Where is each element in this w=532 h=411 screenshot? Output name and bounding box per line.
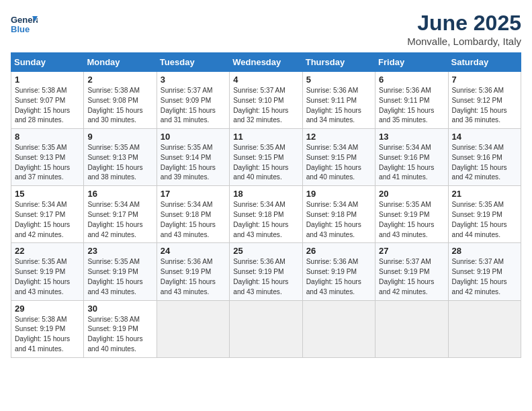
calendar-cell: 17Sunrise: 5:34 AMSunset: 9:18 PMDayligh… (157, 186, 229, 243)
cell-details: Sunrise: 5:37 AMSunset: 9:19 PMDaylight:… (452, 257, 517, 297)
day-number: 7 (452, 75, 517, 85)
month-title: June 2025 (407, 11, 521, 36)
day-number: 14 (452, 132, 517, 142)
calendar-cell: 9Sunrise: 5:35 AMSunset: 9:13 PMDaylight… (84, 129, 157, 186)
calendar-cell: 13Sunrise: 5:34 AMSunset: 9:16 PMDayligh… (375, 129, 448, 186)
calendar-cell (230, 300, 302, 357)
calendar-cell: 25Sunrise: 5:36 AMSunset: 9:19 PMDayligh… (230, 243, 302, 300)
cell-details: Sunrise: 5:36 AMSunset: 9:19 PMDaylight:… (306, 257, 371, 297)
calendar-body: 1Sunrise: 5:38 AMSunset: 9:07 PMDaylight… (11, 72, 521, 358)
weekday-header: Thursday (302, 53, 375, 72)
calendar-cell: 22Sunrise: 5:35 AMSunset: 9:19 PMDayligh… (11, 243, 84, 300)
calendar-cell: 15Sunrise: 5:34 AMSunset: 9:17 PMDayligh… (11, 186, 84, 243)
day-number: 10 (161, 132, 226, 142)
calendar-cell: 6Sunrise: 5:36 AMSunset: 9:11 PMDaylight… (375, 72, 448, 129)
cell-details: Sunrise: 5:34 AMSunset: 9:18 PMDaylight:… (233, 200, 298, 240)
cell-details: Sunrise: 5:36 AMSunset: 9:19 PMDaylight:… (161, 257, 226, 297)
day-number: 13 (379, 132, 444, 142)
cell-details: Sunrise: 5:37 AMSunset: 9:10 PMDaylight:… (233, 86, 298, 126)
calendar-row: 29Sunrise: 5:38 AMSunset: 9:19 PMDayligh… (11, 300, 521, 357)
day-number: 1 (15, 75, 80, 85)
cell-details: Sunrise: 5:38 AMSunset: 9:19 PMDaylight:… (15, 315, 80, 355)
cell-details: Sunrise: 5:35 AMSunset: 9:19 PMDaylight:… (379, 200, 444, 240)
day-number: 22 (15, 246, 80, 256)
logo-icon: General Blue (11, 11, 38, 38)
calendar-cell (448, 300, 521, 357)
cell-details: Sunrise: 5:35 AMSunset: 9:14 PMDaylight:… (161, 143, 226, 183)
calendar-row: 15Sunrise: 5:34 AMSunset: 9:17 PMDayligh… (11, 186, 521, 243)
day-number: 15 (15, 189, 80, 199)
calendar-cell: 5Sunrise: 5:36 AMSunset: 9:11 PMDaylight… (302, 72, 375, 129)
day-number: 30 (87, 304, 152, 314)
cell-details: Sunrise: 5:37 AMSunset: 9:09 PMDaylight:… (161, 86, 226, 126)
calendar-table: SundayMondayTuesdayWednesdayThursdayFrid… (11, 52, 521, 358)
weekday-header: Monday (84, 53, 157, 72)
cell-details: Sunrise: 5:35 AMSunset: 9:13 PMDaylight:… (15, 143, 80, 183)
cell-details: Sunrise: 5:35 AMSunset: 9:19 PMDaylight:… (15, 257, 80, 297)
calendar-cell: 30Sunrise: 5:38 AMSunset: 9:19 PMDayligh… (84, 300, 157, 357)
cell-details: Sunrise: 5:34 AMSunset: 9:18 PMDaylight:… (306, 200, 371, 240)
calendar-cell: 11Sunrise: 5:35 AMSunset: 9:15 PMDayligh… (230, 129, 302, 186)
calendar-cell: 18Sunrise: 5:34 AMSunset: 9:18 PMDayligh… (230, 186, 302, 243)
cell-details: Sunrise: 5:34 AMSunset: 9:16 PMDaylight:… (452, 143, 517, 183)
day-number: 20 (379, 189, 444, 199)
day-number: 24 (161, 246, 226, 256)
calendar-cell: 14Sunrise: 5:34 AMSunset: 9:16 PMDayligh… (448, 129, 521, 186)
calendar-cell: 19Sunrise: 5:34 AMSunset: 9:18 PMDayligh… (302, 186, 375, 243)
weekday-header: Sunday (11, 53, 84, 72)
cell-details: Sunrise: 5:34 AMSunset: 9:16 PMDaylight:… (379, 143, 444, 183)
cell-details: Sunrise: 5:34 AMSunset: 9:17 PMDaylight:… (15, 200, 80, 240)
calendar-row: 22Sunrise: 5:35 AMSunset: 9:19 PMDayligh… (11, 243, 521, 300)
day-number: 26 (306, 246, 371, 256)
cell-details: Sunrise: 5:36 AMSunset: 9:11 PMDaylight:… (379, 86, 444, 126)
cell-details: Sunrise: 5:38 AMSunset: 9:19 PMDaylight:… (87, 315, 152, 355)
calendar-cell: 28Sunrise: 5:37 AMSunset: 9:19 PMDayligh… (448, 243, 521, 300)
calendar-cell: 10Sunrise: 5:35 AMSunset: 9:14 PMDayligh… (157, 129, 229, 186)
day-number: 18 (233, 189, 298, 199)
day-number: 16 (87, 189, 152, 199)
weekday-header: Friday (375, 53, 448, 72)
cell-details: Sunrise: 5:36 AMSunset: 9:11 PMDaylight:… (306, 86, 371, 126)
cell-details: Sunrise: 5:35 AMSunset: 9:13 PMDaylight:… (87, 143, 152, 183)
day-number: 2 (87, 75, 152, 85)
calendar-cell: 27Sunrise: 5:37 AMSunset: 9:19 PMDayligh… (375, 243, 448, 300)
cell-details: Sunrise: 5:34 AMSunset: 9:18 PMDaylight:… (161, 200, 226, 240)
svg-text:Blue: Blue (11, 24, 30, 34)
day-number: 25 (233, 246, 298, 256)
calendar-cell: 24Sunrise: 5:36 AMSunset: 9:19 PMDayligh… (157, 243, 229, 300)
day-number: 28 (452, 246, 517, 256)
day-number: 12 (306, 132, 371, 142)
cell-details: Sunrise: 5:36 AMSunset: 9:12 PMDaylight:… (452, 86, 517, 126)
calendar-row: 8Sunrise: 5:35 AMSunset: 9:13 PMDaylight… (11, 129, 521, 186)
calendar-cell: 29Sunrise: 5:38 AMSunset: 9:19 PMDayligh… (11, 300, 84, 357)
cell-details: Sunrise: 5:37 AMSunset: 9:19 PMDaylight:… (379, 257, 444, 297)
calendar-cell (375, 300, 448, 357)
calendar-cell: 1Sunrise: 5:38 AMSunset: 9:07 PMDaylight… (11, 72, 84, 129)
cell-details: Sunrise: 5:34 AMSunset: 9:17 PMDaylight:… (87, 200, 152, 240)
calendar-cell: 2Sunrise: 5:38 AMSunset: 9:08 PMDaylight… (84, 72, 157, 129)
logo: General Blue (11, 11, 38, 38)
location-title: Monvalle, Lombardy, Italy (407, 36, 521, 47)
day-number: 17 (161, 189, 226, 199)
calendar-cell (157, 300, 229, 357)
day-number: 11 (233, 132, 298, 142)
calendar-header-row: SundayMondayTuesdayWednesdayThursdayFrid… (11, 53, 521, 72)
calendar-cell: 7Sunrise: 5:36 AMSunset: 9:12 PMDaylight… (448, 72, 521, 129)
header: General Blue June 2025 Monvalle, Lombard… (11, 11, 521, 47)
day-number: 23 (87, 246, 152, 256)
cell-details: Sunrise: 5:35 AMSunset: 9:15 PMDaylight:… (233, 143, 298, 183)
cell-details: Sunrise: 5:34 AMSunset: 9:15 PMDaylight:… (306, 143, 371, 183)
day-number: 21 (452, 189, 517, 199)
calendar-cell: 21Sunrise: 5:35 AMSunset: 9:19 PMDayligh… (448, 186, 521, 243)
calendar-cell: 3Sunrise: 5:37 AMSunset: 9:09 PMDaylight… (157, 72, 229, 129)
weekday-header: Tuesday (157, 53, 229, 72)
day-number: 3 (161, 75, 226, 85)
day-number: 5 (306, 75, 371, 85)
cell-details: Sunrise: 5:38 AMSunset: 9:07 PMDaylight:… (15, 86, 80, 126)
calendar-cell: 16Sunrise: 5:34 AMSunset: 9:17 PMDayligh… (84, 186, 157, 243)
calendar-cell: 20Sunrise: 5:35 AMSunset: 9:19 PMDayligh… (375, 186, 448, 243)
day-number: 19 (306, 189, 371, 199)
calendar-cell: 12Sunrise: 5:34 AMSunset: 9:15 PMDayligh… (302, 129, 375, 186)
weekday-header: Wednesday (230, 53, 302, 72)
cell-details: Sunrise: 5:36 AMSunset: 9:19 PMDaylight:… (233, 257, 298, 297)
